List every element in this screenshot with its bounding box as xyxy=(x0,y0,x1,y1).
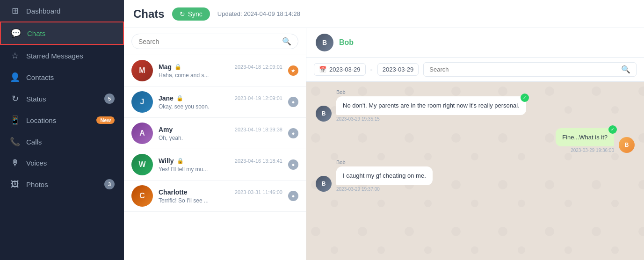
chat-preview-charlotte: Terrific! So I'll see ... xyxy=(159,197,282,204)
chat-preview-amy: Oh, yeah. xyxy=(159,135,282,141)
content-area: 🔍 M Mag 🔒 2023-04-18 12:09:01 Haha, come… xyxy=(124,28,644,260)
sidebar-item-status[interactable]: ↻ Status 5 xyxy=(0,88,124,109)
chat-name-amy: Amy xyxy=(159,126,173,133)
sync-icon: ↻ xyxy=(180,10,185,18)
message-row-2: Fine...What is it? ✓ 2023-03-29 19:36:00… xyxy=(316,128,635,153)
dashboard-icon: ⊞ xyxy=(9,6,21,16)
bubble-1: No don't. My parents are in the room rig… xyxy=(336,96,526,115)
bubble-wrapper-2: Fine...What is it? ✓ xyxy=(556,128,614,147)
chat-time-charlotte: 2023-03-31 11:46:00 xyxy=(235,189,282,195)
chat-name-jane: Jane 🔒 xyxy=(159,94,183,102)
message-search-input[interactable] xyxy=(429,66,617,73)
msg-search-icon: 🔍 xyxy=(621,65,630,74)
status-badge: 5 xyxy=(104,94,115,104)
chat-search-box[interactable]: 🔍 xyxy=(131,34,298,49)
chat-info-amy: Amy 2023-04-19 18:39:38 Oh, yeah. xyxy=(159,126,282,141)
sidebar-item-label: Dashboard xyxy=(26,7,115,15)
chat-time-jane: 2023-04-19 12:09:01 xyxy=(235,95,282,101)
chat-time-mag: 2023-04-18 12:09:01 xyxy=(235,64,282,70)
avatar-charlotte: C xyxy=(131,185,153,207)
bubble-3: I caught my gf cheating on me. xyxy=(336,166,433,185)
avatar-amy: A xyxy=(131,123,153,144)
search-icon: 🔍 xyxy=(282,37,291,46)
sidebar-voices-label: Voices xyxy=(26,159,115,167)
main-area: Chats ↻ Sync Updated: 2024-04-09 18:14:2… xyxy=(124,0,644,260)
sync-button[interactable]: ↻ Sync xyxy=(172,7,210,21)
chat-status-amy: ● xyxy=(288,128,298,138)
lock-icon-jane: 🔒 xyxy=(176,95,183,101)
status-icon: ↻ xyxy=(9,94,21,104)
message-row-3: B Bob I caught my gf cheating on me. 202… xyxy=(316,159,635,192)
main-header: Chats ↻ Sync Updated: 2024-04-09 18:14:2… xyxy=(124,0,644,28)
lock-icon-mag: 🔒 xyxy=(174,64,181,70)
message-filter: 📅 2023-03-29 - 2023-03-29 🔍 xyxy=(306,58,644,82)
bubble-time-3: 2023-03-29 19:37:00 xyxy=(336,187,433,192)
date-separator: - xyxy=(370,65,373,74)
chat-item-willy[interactable]: W Willy 🔒 2023-04-16 13:18:41 Yes! I'll … xyxy=(124,149,306,181)
avatar-jane: J xyxy=(131,91,153,113)
chat-status-willy: ● xyxy=(288,159,298,170)
updated-timestamp: Updated: 2024-04-09 18:14:28 xyxy=(217,10,300,17)
bubble-sender-3: Bob xyxy=(336,159,433,165)
message-header: B Bob xyxy=(306,28,644,58)
contacts-icon: 👤 xyxy=(9,72,21,82)
message-sender-avatar-1: B xyxy=(316,106,332,122)
sidebar-item-calls[interactable]: 📞 Calls xyxy=(0,131,124,152)
sidebar-item-locations[interactable]: 📱 Locations New xyxy=(0,109,124,131)
chat-search-area: 🔍 xyxy=(124,28,306,55)
calendar-icon: 📅 xyxy=(319,66,326,73)
chat-item-amy[interactable]: A Amy 2023-04-19 18:39:38 Oh, yeah. ● xyxy=(124,118,306,149)
sidebar-item-chats[interactable]: 💬 Chats xyxy=(0,22,124,45)
date-from-input[interactable]: 📅 2023-03-29 xyxy=(314,63,366,76)
chat-preview-willy: Yes! I'll tell my mu... xyxy=(159,166,282,173)
chat-search-input[interactable] xyxy=(138,38,278,45)
lock-icon-willy: 🔒 xyxy=(177,158,184,164)
chat-name-willy: Willy 🔒 xyxy=(159,157,184,165)
message-search-box[interactable]: 🔍 xyxy=(423,62,637,77)
sidebar-starred-label: Starred Messages xyxy=(26,52,115,60)
date-to-value: 2023-03-29 xyxy=(383,66,414,73)
sidebar-item-photos[interactable]: 🖼 Photos 3 xyxy=(0,173,124,195)
sidebar-item-dashboard[interactable]: ⊞ Dashboard xyxy=(0,0,124,22)
message-row-1: B Bob No don't. My parents are in the ro… xyxy=(316,89,635,122)
sidebar-item-starred[interactable]: ☆ Starred Messages xyxy=(0,45,124,66)
sidebar-photos-label: Photos xyxy=(26,181,99,188)
sidebar-calls-label: Calls xyxy=(26,138,115,146)
sidebar-locations-label: Locations xyxy=(26,116,91,124)
chat-item-charlotte[interactable]: C Charlotte 2023-03-31 11:46:00 Terrific… xyxy=(124,181,306,212)
chat-item-mag[interactable]: M Mag 🔒 2023-04-18 12:09:01 Haha, come a… xyxy=(124,55,306,87)
chat-time-willy: 2023-04-16 13:18:41 xyxy=(235,158,282,164)
chat-status-jane: ● xyxy=(288,97,298,107)
sidebar: ⊞ Dashboard 💬 Chats ☆ Starred Messages 👤… xyxy=(0,0,124,260)
outgoing-avatar-2: B xyxy=(619,137,635,153)
chat-status-mag: ★ xyxy=(288,65,298,76)
chat-info-charlotte: Charlotte 2023-03-31 11:46:00 Terrific! … xyxy=(159,188,282,204)
outgoing-wrapper-2: Fine...What is it? ✓ 2023-03-29 19:36:00 xyxy=(556,128,614,153)
photos-icon: 🖼 xyxy=(9,180,21,189)
sidebar-chats-label: Chats xyxy=(27,29,114,37)
chat-info-mag: Mag 🔒 2023-04-18 12:09:01 Haha, come and… xyxy=(159,63,282,79)
message-sender-avatar-3: B xyxy=(316,176,332,192)
date-from-value: 2023-03-29 xyxy=(329,66,361,73)
whatsapp-icon-1: ✓ xyxy=(521,94,529,102)
chat-preview-jane: Okay, see you soon. xyxy=(159,103,282,110)
bubble-time-1: 2023-03-29 19:35:15 xyxy=(336,116,526,122)
chat-name-charlotte: Charlotte xyxy=(159,188,187,196)
chat-status-charlotte: ● xyxy=(288,191,298,201)
messages-area: B Bob No don't. My parents are in the ro… xyxy=(306,82,644,260)
chat-list-panel: 🔍 M Mag 🔒 2023-04-18 12:09:01 Haha, come… xyxy=(124,28,306,260)
sync-label: Sync xyxy=(188,10,203,18)
sidebar-status-label: Status xyxy=(26,95,99,103)
page-title: Chats xyxy=(133,7,165,21)
bubble-wrapper-1: No don't. My parents are in the room rig… xyxy=(336,96,526,115)
bubble-content-1: Bob No don't. My parents are in the room… xyxy=(336,89,526,122)
chat-info-willy: Willy 🔒 2023-04-16 13:18:41 Yes! I'll te… xyxy=(159,157,282,173)
sidebar-item-contacts[interactable]: 👤 Contacts xyxy=(0,66,124,88)
date-to-input[interactable]: 2023-03-29 xyxy=(377,63,419,76)
whatsapp-icon-2: ✓ xyxy=(608,125,617,134)
message-panel: B Bob 📅 2023-03-29 - 2023-03-29 🔍 xyxy=(306,28,644,260)
bubble-content-3: Bob I caught my gf cheating on me. 2023-… xyxy=(336,159,433,192)
chat-item-jane[interactable]: J Jane 🔒 2023-04-19 12:09:01 Okay, see y… xyxy=(124,87,306,118)
bubble-wrapper-3: I caught my gf cheating on me. xyxy=(336,166,433,185)
sidebar-item-voices[interactable]: 🎙 Voices xyxy=(0,152,124,173)
